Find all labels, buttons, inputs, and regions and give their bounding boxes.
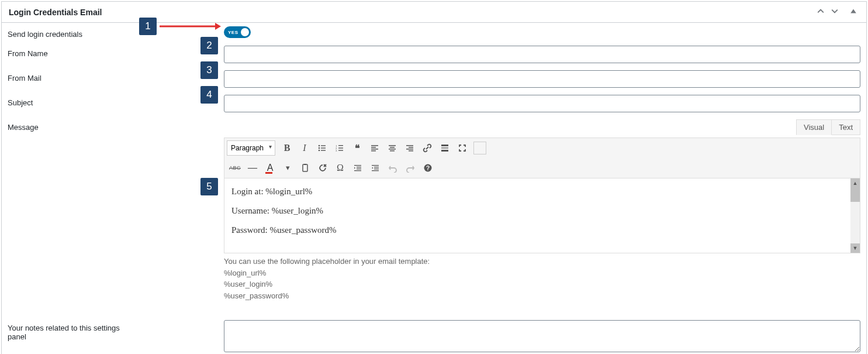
format-select[interactable]: Paragraph bbox=[227, 140, 275, 156]
toolbar-toggle-button[interactable] bbox=[472, 140, 488, 156]
help-placeholder-1: %login_url% bbox=[224, 267, 860, 279]
from-mail-input[interactable] bbox=[224, 70, 860, 88]
svg-rect-25 bbox=[409, 150, 413, 152]
row-send-credentials: Send login credentials 1 YES bbox=[2, 23, 866, 42]
send-credentials-toggle[interactable]: YES bbox=[224, 26, 251, 38]
svg-rect-36 bbox=[372, 165, 379, 166]
row-from-mail: From Mail 3 bbox=[2, 67, 866, 91]
svg-rect-30 bbox=[304, 164, 306, 165]
svg-rect-28 bbox=[441, 150, 448, 152]
editor-content-area[interactable]: Login at: %login_url% Username: %user_lo… bbox=[224, 178, 860, 253]
editor-line-1: Login at: %login_url% bbox=[231, 187, 843, 197]
svg-rect-7 bbox=[321, 150, 326, 150]
svg-rect-21 bbox=[390, 150, 395, 152]
subject-label: Subject bbox=[8, 95, 136, 107]
align-center-button[interactable] bbox=[384, 140, 400, 156]
notes-label: Your notes related to this settings pane… bbox=[8, 320, 136, 341]
blockquote-button[interactable]: ❝ bbox=[349, 140, 365, 156]
svg-text:3: 3 bbox=[336, 149, 337, 152]
align-right-button[interactable] bbox=[402, 140, 418, 156]
svg-marker-40 bbox=[372, 167, 373, 169]
help-placeholder-2: %user_login% bbox=[224, 279, 860, 290]
notes-textarea[interactable] bbox=[224, 320, 860, 352]
toggle-panel-icon[interactable] bbox=[848, 6, 859, 18]
from-name-label: From Name bbox=[8, 46, 136, 58]
panel-header: Login Credentials Email bbox=[2, 2, 866, 23]
special-char-button[interactable]: Ω bbox=[332, 160, 348, 176]
svg-rect-11 bbox=[338, 147, 343, 148]
svg-rect-31 bbox=[354, 165, 361, 166]
link-button[interactable] bbox=[419, 140, 435, 156]
subject-input[interactable] bbox=[224, 95, 860, 112]
svg-rect-19 bbox=[390, 147, 395, 148]
svg-marker-35 bbox=[354, 167, 355, 169]
help-placeholder-3: %user_password% bbox=[224, 290, 860, 302]
paste-text-button[interactable] bbox=[297, 160, 313, 176]
indent-button[interactable] bbox=[367, 160, 383, 176]
bullet-list-button[interactable] bbox=[314, 140, 330, 156]
panel-title: Login Credentials Email bbox=[9, 8, 102, 17]
editor-tabs: Visual Text bbox=[224, 119, 860, 135]
fullscreen-button[interactable] bbox=[454, 140, 471, 156]
clear-formatting-button[interactable] bbox=[314, 160, 331, 176]
scrollbar-thumb-bottom[interactable]: ▼ bbox=[850, 243, 860, 253]
move-up-icon[interactable] bbox=[815, 6, 826, 18]
svg-rect-38 bbox=[374, 169, 379, 169]
numbered-list-button[interactable]: 123 bbox=[331, 140, 348, 156]
strikethrough-button[interactable]: ABC bbox=[227, 160, 243, 176]
svg-rect-17 bbox=[371, 150, 376, 152]
svg-point-6 bbox=[319, 150, 320, 152]
svg-rect-3 bbox=[321, 145, 326, 146]
text-color-dropdown-icon[interactable]: ▾ bbox=[279, 160, 296, 176]
italic-button[interactable]: I bbox=[296, 140, 313, 156]
from-name-input[interactable] bbox=[224, 46, 860, 63]
read-more-button[interactable] bbox=[437, 140, 453, 156]
annotation-arrow-icon bbox=[160, 20, 221, 32]
svg-rect-37 bbox=[374, 167, 379, 167]
tab-visual[interactable]: Visual bbox=[796, 119, 832, 135]
rich-text-editor: Paragraph B I 123 ❝ bbox=[224, 138, 860, 253]
editor-line-3: Password: %user_password% bbox=[231, 225, 843, 235]
svg-rect-29 bbox=[303, 164, 307, 171]
redo-button[interactable] bbox=[402, 160, 419, 176]
send-credentials-label: Send login credentials bbox=[8, 26, 136, 39]
svg-rect-5 bbox=[321, 147, 326, 148]
svg-rect-13 bbox=[338, 150, 343, 150]
row-message: Message 5 Visual Text Paragraph bbox=[2, 116, 866, 305]
svg-point-2 bbox=[319, 145, 320, 147]
row-from-name: From Name 2 bbox=[2, 42, 866, 67]
bold-button[interactable]: B bbox=[279, 140, 295, 156]
undo-button[interactable] bbox=[385, 160, 401, 176]
svg-rect-39 bbox=[372, 170, 379, 171]
svg-rect-18 bbox=[389, 145, 396, 146]
scrollbar-thumb-top[interactable]: ▲ bbox=[850, 178, 860, 202]
settings-panel: Login Credentials Email Send login crede… bbox=[1, 1, 867, 354]
svg-rect-27 bbox=[441, 147, 448, 148]
svg-point-4 bbox=[319, 147, 320, 149]
help-button[interactable]: ? bbox=[420, 160, 436, 176]
editor-toolbar: Paragraph B I 123 ❝ bbox=[224, 138, 860, 178]
help-intro: You can use the following placeholder in… bbox=[224, 256, 860, 267]
editor-line-2: Username: %user_login% bbox=[231, 206, 843, 216]
svg-rect-34 bbox=[354, 170, 361, 171]
svg-rect-33 bbox=[357, 169, 361, 169]
tab-text[interactable]: Text bbox=[832, 119, 860, 135]
svg-rect-15 bbox=[371, 147, 376, 148]
hr-button[interactable]: — bbox=[244, 160, 261, 176]
toggle-knob bbox=[241, 28, 249, 36]
move-down-icon[interactable] bbox=[829, 6, 841, 18]
editor-wrap: Visual Text Paragraph B I bbox=[224, 119, 860, 301]
annotation-badge-1: 1 bbox=[139, 18, 157, 35]
row-subject: Subject 4 bbox=[2, 91, 866, 116]
annotation-badge-5: 5 bbox=[200, 178, 218, 195]
row-notes: Your notes related to this settings pane… bbox=[2, 317, 866, 354]
text-color-button[interactable]: A bbox=[262, 160, 278, 176]
svg-rect-16 bbox=[371, 149, 378, 150]
from-mail-label: From Mail bbox=[8, 70, 136, 83]
annotation-badge-4: 4 bbox=[200, 86, 218, 104]
align-left-button[interactable] bbox=[366, 140, 383, 156]
svg-rect-26 bbox=[441, 145, 448, 146]
message-label: Message bbox=[8, 119, 136, 132]
outdent-button[interactable] bbox=[350, 160, 366, 176]
placeholder-help: You can use the following placeholder in… bbox=[224, 253, 860, 301]
